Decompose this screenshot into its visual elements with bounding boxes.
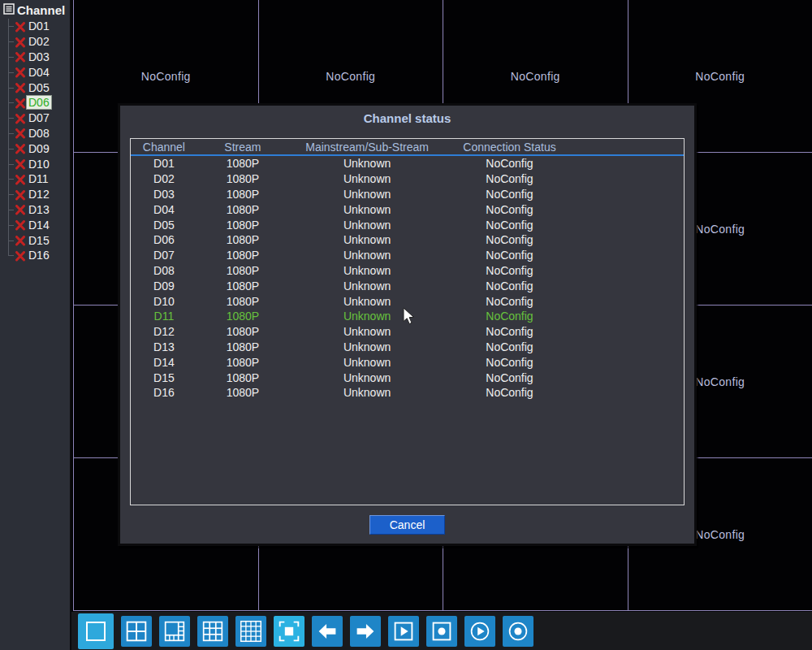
- sidebar-item-D14[interactable]: D14: [0, 217, 70, 232]
- play-square-icon: [390, 618, 417, 645]
- dialog-footer: Cancel: [120, 515, 694, 535]
- play-circle-icon: [466, 618, 494, 645]
- tree-connector: [0, 126, 15, 141]
- cell-stream: 1080P: [197, 219, 288, 232]
- channel-tree-header[interactable]: Channel: [0, 0, 70, 19]
- next-channel-button[interactable]: [350, 616, 381, 647]
- view-eight-icon: [161, 618, 188, 645]
- view-eight-button[interactable]: [159, 616, 190, 647]
- tree-connector: [0, 217, 15, 232]
- sidebar-item-D12[interactable]: D12: [0, 187, 70, 202]
- channel-status-table: Channel Stream Mainstream/Sub-Stream Con…: [130, 138, 685, 505]
- cell-stream: 1080P: [197, 280, 288, 292]
- channel-list-icon: [3, 3, 15, 17]
- view-single-button[interactable]: [78, 613, 114, 649]
- sidebar-item-D06[interactable]: D06: [0, 95, 70, 110]
- table-body: D011080PUnknownNoConfigD021080PUnknownNo…: [131, 156, 684, 401]
- cell-status: NoConfig: [446, 188, 573, 201]
- record-toggle-button[interactable]: [426, 616, 457, 647]
- sidebar-item-D15[interactable]: D15: [0, 232, 70, 248]
- view-quad-button[interactable]: [121, 616, 152, 647]
- cell-stream: 1080P: [197, 295, 288, 308]
- view-single-icon: [81, 617, 110, 646]
- cell-mainstream: Unknown: [288, 264, 446, 277]
- tree-connector: [0, 202, 15, 218]
- status-row-D16[interactable]: D161080PUnknownNoConfig: [131, 385, 684, 401]
- channel-label: D16: [27, 249, 51, 262]
- channel-label: D10: [27, 158, 51, 171]
- sidebar-item-D13[interactable]: D13: [0, 202, 70, 218]
- cell-channel: D12: [131, 325, 197, 338]
- header-connection-status: Connection Status: [446, 141, 573, 154]
- cell-stream: 1080P: [197, 188, 288, 201]
- view-nine-button[interactable]: [197, 616, 228, 647]
- channel-tree: D01D02D03D04D05D06D07D08D09D10D11D12D13D…: [0, 19, 70, 263]
- cell-stream: 1080P: [197, 356, 288, 369]
- pip-focus-button[interactable]: [274, 616, 304, 647]
- status-row-D06[interactable]: D061080PUnknownNoConfig: [131, 232, 684, 248]
- disconnected-x-icon: [15, 204, 26, 214]
- cell-status: NoConfig: [446, 340, 573, 353]
- status-row-D13[interactable]: D131080PUnknownNoConfig: [131, 340, 684, 355]
- status-row-D03[interactable]: D031080PUnknownNoConfig: [131, 187, 684, 202]
- sidebar-item-D08[interactable]: D08: [0, 126, 70, 141]
- tour-play-button[interactable]: [388, 616, 419, 647]
- cell-mainstream: Unknown: [288, 386, 446, 399]
- cell-status: NoConfig: [446, 310, 573, 323]
- cell-channel: D04: [131, 203, 197, 216]
- channel-label: D06: [27, 96, 51, 109]
- cell-stream: 1080P: [197, 325, 288, 338]
- cell-status: NoConfig: [446, 249, 573, 262]
- playback-button[interactable]: [464, 616, 495, 647]
- disconnected-x-icon: [15, 21, 26, 32]
- cell-channel: D13: [131, 340, 197, 353]
- sidebar-item-D01[interactable]: D01: [0, 19, 70, 34]
- sidebar-item-D10[interactable]: D10: [0, 156, 70, 171]
- sidebar-item-D09[interactable]: D09: [0, 141, 70, 156]
- status-row-D14[interactable]: D141080PUnknownNoConfig: [131, 354, 684, 370]
- channel-label: D09: [27, 142, 51, 155]
- view-nine-icon: [199, 618, 227, 645]
- cell-channel: D14: [131, 356, 197, 369]
- sidebar-item-D03[interactable]: D03: [0, 50, 70, 65]
- status-row-D09[interactable]: D091080PUnknownNoConfig: [131, 278, 684, 293]
- header-channel: Channel: [131, 141, 197, 154]
- sidebar-item-D16[interactable]: D16: [0, 248, 70, 263]
- cell-channel: D16: [131, 386, 197, 399]
- cell-mainstream: Unknown: [288, 280, 446, 292]
- status-row-D01[interactable]: D011080PUnknownNoConfig: [131, 156, 684, 171]
- tree-connector: [0, 64, 15, 80]
- status-row-D10[interactable]: D101080PUnknownNoConfig: [131, 293, 684, 309]
- sidebar-item-D07[interactable]: D07: [0, 110, 70, 126]
- status-row-D12[interactable]: D121080PUnknownNoConfig: [131, 324, 684, 340]
- channel-label: D12: [27, 188, 51, 201]
- status-row-D15[interactable]: D151080PUnknownNoConfig: [131, 370, 684, 385]
- prev-channel-button[interactable]: [312, 616, 343, 647]
- cell-stream: 1080P: [197, 264, 288, 277]
- status-row-D05[interactable]: D051080PUnknownNoConfig: [131, 217, 684, 232]
- header-mainstream: Mainstream/Sub-Stream: [288, 141, 446, 154]
- sidebar-item-D05[interactable]: D05: [0, 80, 70, 95]
- status-row-D04[interactable]: D041080PUnknownNoConfig: [131, 202, 684, 217]
- status-row-D07[interactable]: D071080PUnknownNoConfig: [131, 248, 684, 263]
- sidebar-title: Channel: [17, 3, 65, 17]
- status-row-D08[interactable]: D081080PUnknownNoConfig: [131, 263, 684, 279]
- sidebar-item-D02[interactable]: D02: [0, 34, 70, 50]
- cell-stream: 1080P: [197, 340, 288, 353]
- tree-connector: [0, 95, 15, 110]
- status-row-D02[interactable]: D021080PUnknownNoConfig: [131, 171, 684, 187]
- prev-arrow-icon: [313, 618, 341, 645]
- channel-label: D01: [27, 20, 51, 32]
- sidebar-item-D04[interactable]: D04: [0, 64, 70, 80]
- record-status-button[interactable]: [503, 616, 533, 647]
- cell-stream: 1080P: [197, 172, 288, 185]
- cell-mainstream: Unknown: [288, 310, 446, 323]
- view-sixteen-button[interactable]: [235, 616, 266, 647]
- cell-stream: 1080P: [197, 310, 288, 323]
- cancel-button[interactable]: Cancel: [369, 515, 446, 535]
- status-row-D11[interactable]: D111080PUnknownNoConfig: [131, 309, 684, 324]
- sidebar-item-D11[interactable]: D11: [0, 171, 70, 187]
- cell-channel: D10: [131, 295, 197, 308]
- cell-stream: 1080P: [197, 233, 288, 246]
- disconnected-x-icon: [15, 143, 26, 154]
